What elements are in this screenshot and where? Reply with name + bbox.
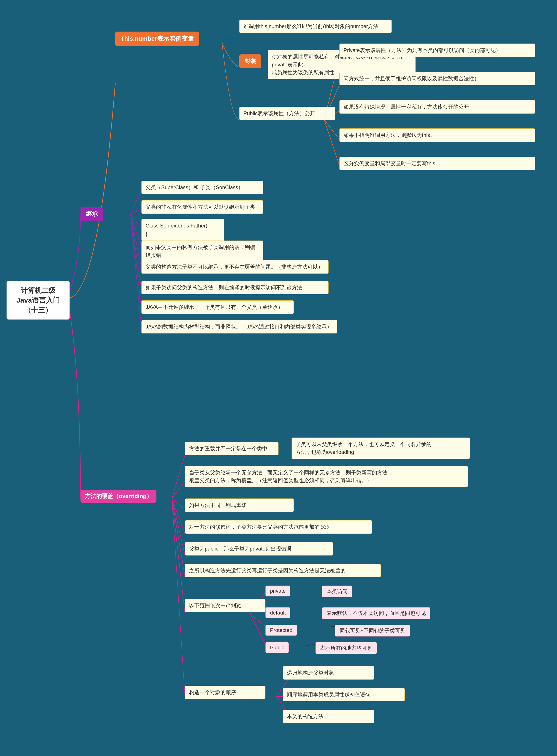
svg-line-21	[172, 499, 185, 697]
leaf-who-calls: 谁调用this.number那么谁即为当前(this)对象的number方法	[239, 20, 392, 33]
scope-private-arrow: —	[311, 586, 316, 592]
distinguish-leaf: 区分实例变量和局部变量时一定要写this	[340, 157, 535, 170]
branch-override: 方法的覆盖（overriding）	[81, 490, 156, 503]
svg-line-5	[324, 120, 340, 165]
construct-label: 构造一个对象的顺序	[185, 686, 265, 699]
scope-protected-arrow: —	[324, 625, 329, 631]
private-leaf: Private表示该属性（方法）为只有本类内部可以访问（类内部可见）	[340, 44, 535, 57]
inherit-superclass: 父类（SuperClass）和 子类（SonClass）	[141, 181, 263, 194]
svg-line-26	[250, 614, 265, 644]
inherit-no-override-constructor: 父类的构造方法子类不可以继承，更不存在覆盖的问题。（非构造方法可以）	[141, 260, 328, 274]
override-overload: 如果方法不同，则成重载	[185, 499, 294, 512]
svg-line-18	[172, 499, 185, 555]
scope-public-arrow: —	[304, 642, 310, 648]
svg-line-8	[130, 215, 141, 229]
root-node: 计算机二级Java语言入门 （十三）	[6, 281, 69, 319]
svg-line-15	[172, 481, 185, 499]
override-cover-def: 当子类从父类继承一个无参方法，而又定义了一个同样的无参方法，则子类新写的方法覆盖…	[185, 466, 468, 487]
public-label: Public表示该属性（方法）公开	[239, 107, 335, 120]
construct-member-init: 顺序地调用本类成员属性赋初值语句	[283, 688, 405, 701]
scope-private-value: 本类访问	[322, 586, 352, 597]
branch-inherit: 继承	[81, 207, 103, 221]
scope-default-arrow: —	[311, 607, 316, 613]
overload-child: 子类可以从父类继承一个方法，也可以定义一个同名异参的方法，也称为overload…	[292, 438, 470, 459]
scope-protected-key: Protected	[265, 625, 297, 636]
svg-line-19	[172, 499, 185, 577]
overload-label: 方法的重载并不一定是在一个类中	[185, 442, 278, 455]
svg-line-10	[130, 215, 141, 268]
encap-node: 封装	[239, 54, 261, 68]
svg-line-7	[130, 209, 141, 215]
inherit-single: JAVA中不允许多继承，一个类有且只有一个父类（单继承）	[141, 300, 294, 314]
scope-default-value: 表示默认，不仅本类访问，而且是同包可见	[322, 607, 430, 619]
scope-protected-value: 同包可见+不同包的子类可见	[335, 625, 410, 637]
svg-line-12	[130, 215, 141, 309]
default-this-leaf: 如果不指明谁调用方法，则默认为this。	[340, 129, 535, 142]
scope-default-key: default	[265, 607, 290, 618]
inherit-nonprivate: 父类的非私有化属性和方法可以默认继承到子类	[141, 200, 263, 214]
svg-line-9	[130, 215, 141, 247]
construct-parent: 递归地构造父类对象	[283, 666, 374, 680]
root-label: 计算机二级Java语言入门 （十三）	[16, 286, 60, 314]
inherit-tree: JAVA的数据结构为树型结构，而非网状。（JAVA通过接口和内部类实现多继承）	[141, 320, 337, 334]
svg-line-6	[130, 189, 141, 215]
inherit-class-son: Class Son extends Father(}	[141, 219, 224, 241]
svg-line-13	[130, 215, 141, 329]
svg-line-20	[172, 499, 185, 614]
scope-label: 以下范围依次由严到宽	[185, 598, 265, 612]
scope-private-key: private	[265, 586, 290, 596]
svg-line-17	[172, 499, 185, 533]
override-constructor-no-cover: 之所以构造方法先运行父类再运行子类是因为构造方法是无法覆盖的	[185, 564, 381, 577]
method-uniform-leaf: 问方式统一，并且便于维护访问权限以及属性数据合法性）	[340, 72, 535, 85]
svg-line-16	[172, 499, 185, 509]
inherit-private-compile-error: 而如果父类中的私有方法被子类调用的话，则编译报错	[141, 241, 263, 262]
override-public-private-error: 父类为public，那么子类为private则出现错误	[185, 542, 333, 556]
inherit-access-constructor: 如果子类访问父类的构造方法，则在编译的时候提示访问不到该方法	[141, 281, 328, 294]
svg-line-25	[250, 614, 265, 626]
scope-public-value: 表示所有的地方均可见	[316, 642, 377, 654]
override-wider-scope: 对于方法的修饰词，子类方法要比父类的方法范围更加的宽泛	[185, 520, 372, 534]
svg-line-14	[172, 455, 185, 499]
svg-line-11	[130, 215, 141, 289]
no-special-leaf: 如果没有特殊情况，属性一定私有，方法该公开的公开	[340, 100, 535, 114]
svg-line-4	[324, 120, 340, 139]
scope-public-key: Public	[265, 642, 289, 653]
construct-this-method: 本类的构造方法	[283, 710, 374, 723]
branch-this-number: This.number表示实例变量	[115, 32, 199, 46]
